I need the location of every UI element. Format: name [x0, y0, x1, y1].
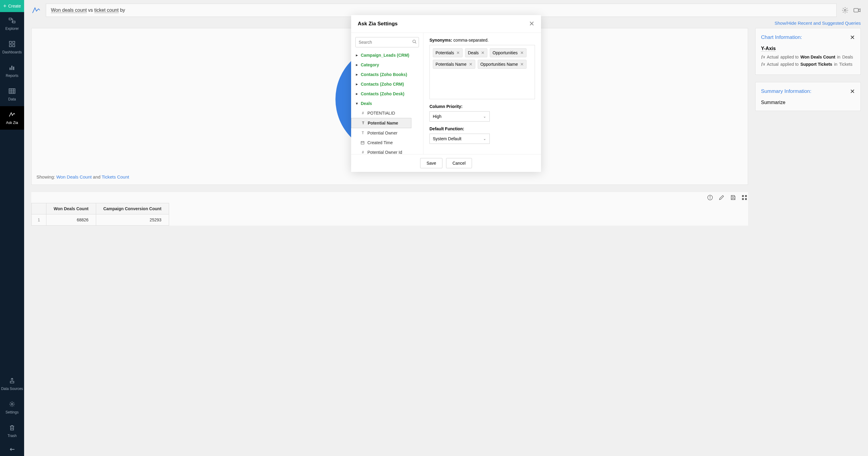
- collapse-icon: [8, 446, 16, 453]
- svg-line-26: [415, 42, 416, 44]
- tree-leaf-selected[interactable]: TPotential Name: [351, 118, 411, 128]
- nav-dashboards[interactable]: Dashboards: [0, 36, 24, 59]
- showing-link-1[interactable]: Won Deals Count: [56, 174, 92, 179]
- tree-leaf[interactable]: #Potential Owner Id: [355, 147, 419, 154]
- summary-info-title: Summary Information:: [761, 88, 811, 94]
- svg-point-20: [710, 196, 710, 197]
- remove-tag-icon[interactable]: ✕: [481, 50, 485, 55]
- remove-tag-icon[interactable]: ✕: [456, 50, 460, 55]
- create-button[interactable]: + Create: [0, 0, 24, 12]
- svg-point-25: [413, 40, 415, 43]
- tree-item[interactable]: ▸Campaign_Leads (CRM): [355, 50, 419, 60]
- svg-rect-0: [9, 18, 11, 20]
- svg-rect-6: [10, 67, 10, 70]
- nav-data[interactable]: Data: [0, 83, 24, 106]
- edit-icon[interactable]: [718, 194, 725, 201]
- svg-rect-9: [9, 89, 15, 93]
- summary-info-card: Summary Information: ✕ Summarize: [755, 82, 861, 111]
- reports-icon: [8, 64, 16, 71]
- summary-table: Won Deals Count Campaign Conversion Coun…: [31, 203, 169, 226]
- fx-icon: ƒx: [761, 55, 765, 59]
- tag: Opportunities✕: [490, 48, 526, 57]
- remove-tag-icon[interactable]: ✕: [469, 62, 472, 67]
- close-icon[interactable]: ✕: [529, 20, 534, 28]
- text-icon: T: [361, 131, 365, 135]
- cancel-button[interactable]: Cancel: [446, 158, 472, 168]
- zia-icon: [8, 111, 16, 118]
- svg-rect-3: [13, 41, 15, 44]
- remove-tag-icon[interactable]: ✕: [520, 62, 524, 67]
- tag: Deals✕: [465, 48, 487, 57]
- form-panel: Synonyms: comma-separated. Potentials✕ D…: [424, 33, 541, 154]
- svg-rect-22: [745, 195, 747, 197]
- default-function-label: Default Function:: [430, 126, 535, 131]
- summarize-heading: Summarize: [761, 100, 855, 105]
- svg-rect-27: [361, 141, 364, 144]
- default-function-select[interactable]: System Default: [430, 134, 490, 144]
- showing-caption: Showing: Won Deals Count and Tickets Cou…: [32, 170, 748, 184]
- nav-trash[interactable]: Trash: [0, 419, 24, 443]
- tree-item[interactable]: ▸Contacts (Zoho Books): [355, 70, 419, 79]
- nav-data-sources[interactable]: Data Sources: [0, 372, 24, 396]
- gear-icon[interactable]: [841, 7, 849, 14]
- svg-rect-24: [745, 198, 747, 200]
- tree-leaf[interactable]: Created Time: [355, 138, 419, 147]
- synonyms-label: Synonyms: comma-separated.: [430, 38, 535, 42]
- tree-leaf[interactable]: #POTENTIALID: [355, 108, 419, 118]
- tag: Potentials Name✕: [433, 60, 475, 69]
- tree-leaf[interactable]: TPotential Owner: [355, 128, 419, 138]
- dashboards-icon: [8, 40, 16, 48]
- svg-rect-1: [13, 21, 15, 23]
- tree-item[interactable]: ▸Contacts (Zoho Desk): [355, 89, 419, 98]
- chart-info-title: Chart Information:: [761, 34, 802, 40]
- hash-icon: #: [361, 111, 365, 115]
- column-priority-label: Column Priority:: [430, 104, 535, 109]
- svg-point-16: [844, 9, 846, 11]
- grid-icon[interactable]: [741, 194, 748, 201]
- nav-reports[interactable]: Reports: [0, 59, 24, 83]
- tree-item[interactable]: ▸Category: [355, 60, 419, 70]
- nav-ask-zia[interactable]: Ask Zia: [0, 106, 24, 130]
- svg-point-15: [11, 403, 13, 405]
- main-area: Won deals count vs ticket count by Show/…: [24, 0, 868, 456]
- save-button[interactable]: Save: [420, 158, 442, 168]
- svg-rect-8: [13, 67, 14, 70]
- chevron-right-icon: ▸: [356, 53, 359, 57]
- svg-rect-23: [742, 198, 744, 200]
- tree-item-deals[interactable]: ▾Deals: [355, 98, 419, 108]
- nav-settings[interactable]: Settings: [0, 396, 24, 419]
- showing-link-2[interactable]: Tickets Count: [101, 174, 129, 179]
- remove-tag-icon[interactable]: ✕: [520, 50, 524, 55]
- zia-logo-icon: [31, 5, 41, 15]
- svg-rect-5: [13, 45, 15, 47]
- modal-title: Ask Zia Settings: [358, 21, 398, 27]
- chart-info-card: Chart Information: ✕ Y-Axis ƒx Actual ap…: [755, 28, 861, 75]
- fx-row-1: ƒx Actual applied to Won Deals Count in …: [761, 55, 855, 59]
- column-priority-select[interactable]: High: [430, 111, 490, 121]
- svg-rect-2: [9, 41, 11, 44]
- col-blank: [32, 203, 46, 215]
- trash-icon: [8, 424, 16, 431]
- summary-table-card: Won Deals Count Campaign Conversion Coun…: [31, 192, 748, 226]
- nav-explorer[interactable]: Explorer: [0, 12, 24, 36]
- tree-search-input[interactable]: [355, 37, 419, 47]
- col-0: Won Deals Count: [46, 203, 96, 215]
- save-icon[interactable]: [730, 194, 737, 201]
- search-icon: [412, 39, 416, 44]
- fx-row-2: ƒx Actual applied to Support Tickets in …: [761, 62, 855, 67]
- video-icon[interactable]: [854, 7, 861, 14]
- info-icon[interactable]: [707, 194, 714, 201]
- svg-rect-14: [10, 381, 14, 383]
- close-icon[interactable]: ✕: [850, 88, 855, 95]
- ask-zia-settings-modal: Ask Zia Settings ✕ ▸Campaign_Leads (CRM)…: [351, 15, 541, 172]
- tree-item[interactable]: ▸Contacts (Zoho CRM): [355, 79, 419, 89]
- hash-icon: #: [361, 150, 365, 154]
- svg-rect-4: [9, 45, 11, 47]
- synonyms-input[interactable]: Potentials✕ Deals✕ Opportunities✕ Potent…: [430, 45, 535, 99]
- yaxis-heading: Y-Axis: [761, 46, 776, 52]
- settings-icon: [8, 400, 16, 408]
- tree-panel: ▸Campaign_Leads (CRM) ▸Category ▸Contact…: [351, 33, 424, 154]
- nav-collapse[interactable]: [0, 443, 24, 456]
- sidebar: + Create Explorer Dashboards Reports: [0, 0, 24, 456]
- close-icon[interactable]: ✕: [850, 34, 855, 41]
